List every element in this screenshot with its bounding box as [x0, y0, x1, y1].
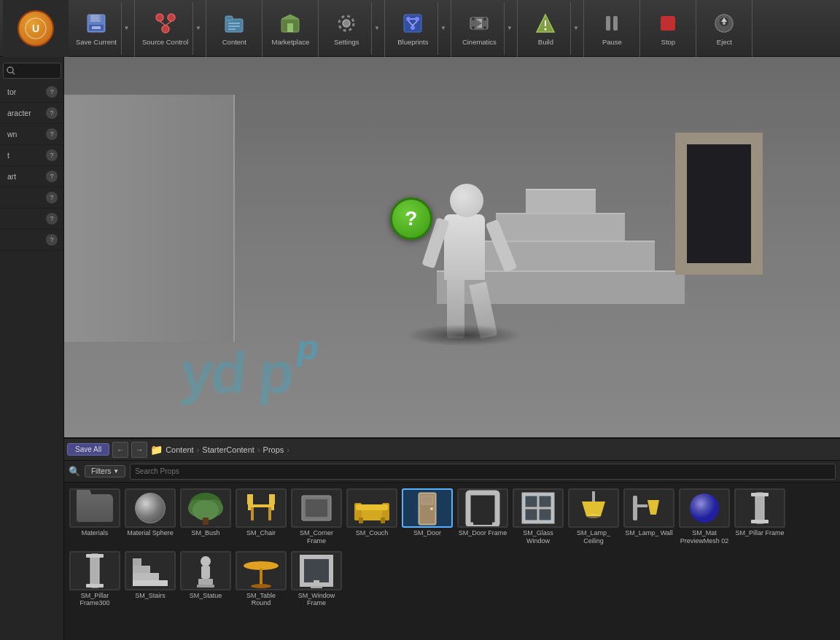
- asset-sm-corner-frame[interactable]: SM_Corner Frame: [290, 487, 343, 547]
- cinematics-group: Cinematics ▼: [451, 0, 518, 57]
- asset-sm-statue[interactable]: SM_Statue: [179, 550, 232, 609]
- asset-label-sm-chair: SM_Chair: [246, 529, 276, 537]
- nav-forward-btn[interactable]: →: [131, 442, 147, 458]
- blueprints-btn[interactable]: Blueprints ▼: [388, 2, 448, 55]
- stop-btn[interactable]: Stop: [643, 2, 693, 55]
- build-btn[interactable]: Build ▼: [521, 2, 580, 55]
- blueprints-dropdown-arrow[interactable]: ▼: [438, 2, 448, 55]
- content-search-icon[interactable]: 🔍: [69, 466, 80, 477]
- settings-dropdown-arrow[interactable]: ▼: [371, 2, 381, 55]
- couch-icon: [350, 490, 394, 526]
- svg-rect-92: [133, 573, 159, 580]
- asset-sm-stairs[interactable]: SM_Stairs: [124, 550, 176, 609]
- settings-group: Settings ▼: [319, 0, 385, 57]
- sidebar-help-art[interactable]: ?: [46, 171, 58, 182]
- breadcrumb-starter-content[interactable]: StarterContent: [202, 445, 254, 454]
- corner-frame-icon: [295, 490, 338, 526]
- asset-sm-door-frame[interactable]: SM_Door Frame: [456, 487, 509, 547]
- sidebar-help-character[interactable]: ?: [46, 107, 58, 119]
- sidebar-item-t[interactable]: t ?: [0, 145, 63, 166]
- svg-point-49: [192, 500, 219, 520]
- question-mark-button[interactable]: ?: [390, 198, 432, 240]
- build-dropdown-arrow[interactable]: ▼: [570, 2, 580, 55]
- filters-button[interactable]: Filters ▼: [85, 465, 125, 477]
- pause-icon: [599, 10, 625, 36]
- save-all-button[interactable]: Save All: [67, 443, 109, 456]
- content-btn[interactable]: Content: [209, 2, 259, 55]
- left-wall: [64, 95, 235, 342]
- sidebar-help-t[interactable]: ?: [46, 149, 58, 161]
- sidebar-item-extra2[interactable]: ?: [0, 208, 63, 230]
- marketplace-btn[interactable]: Marketplace: [265, 2, 315, 55]
- asset-thumb-sm-chair: [236, 488, 287, 528]
- svg-point-23: [415, 17, 419, 21]
- pause-btn[interactable]: Pause: [587, 2, 637, 55]
- asset-sm-chair[interactable]: SM_Chair: [235, 487, 287, 547]
- asset-sm-lamp-wall[interactable]: SM_Lamp_ Wall: [623, 487, 675, 547]
- asset-label-sm-door-frame: SM_Door Frame: [459, 529, 508, 537]
- source-control-dropdown-arrow[interactable]: ▼: [192, 2, 203, 55]
- asset-sm-glass-window[interactable]: SM_Glass Window: [512, 487, 564, 547]
- asset-label-sm-couch: SM_Couch: [356, 529, 389, 537]
- asset-thumb-sm-glass-window: [513, 488, 564, 528]
- breadcrumb-props[interactable]: Props: [263, 445, 284, 454]
- sidebar-item-tor[interactable]: tor ?: [0, 82, 63, 103]
- save-dropdown-arrow[interactable]: ▼: [121, 2, 131, 55]
- eject-btn[interactable]: Eject: [699, 2, 749, 55]
- save-current-btn[interactable]: Save Current ▼: [71, 2, 131, 55]
- nav-back-btn[interactable]: ←: [112, 442, 128, 458]
- search-input[interactable]: [130, 464, 836, 480]
- sidebar-item-extra1[interactable]: ?: [0, 187, 63, 208]
- blueprints-icon: [400, 10, 426, 36]
- asset-material-sphere[interactable]: Material Sphere: [124, 487, 176, 547]
- asset-sm-door[interactable]: SM_Door: [401, 487, 454, 547]
- lamp-ceiling-icon: [572, 490, 615, 526]
- cinematics-btn[interactable]: Cinematics ▼: [454, 2, 514, 55]
- asset-sm-bush[interactable]: SM_Bush: [179, 487, 232, 547]
- sidebar-help-wn[interactable]: ?: [46, 128, 58, 140]
- svg-point-19: [343, 20, 350, 27]
- svg-rect-105: [311, 586, 322, 588]
- asset-sm-window-frame[interactable]: SM_Window Frame: [290, 550, 343, 609]
- svg-marker-81: [648, 500, 659, 515]
- asset-sm-mat-preview[interactable]: SM_Mat PreviewMesh 02: [678, 487, 731, 547]
- source-control-btn[interactable]: Source Control ▼: [138, 2, 203, 55]
- save-group: Save Current ▼: [69, 0, 135, 57]
- sidebar-item-art[interactable]: art ?: [0, 166, 63, 187]
- cinematics-dropdown-arrow[interactable]: ▼: [504, 2, 514, 55]
- asset-sm-pillar-frame300[interactable]: SM_Pillar Frame300: [69, 550, 121, 609]
- viewport-canvas[interactable]: ? yd p p: [64, 57, 840, 437]
- asset-thumb-sm-table-round: [236, 551, 287, 590]
- blueprints-group: Blueprints ▼: [385, 0, 451, 57]
- svg-rect-57: [269, 494, 275, 504]
- breadcrumb-folder-icon: 📁: [150, 444, 163, 456]
- svg-rect-89: [86, 554, 104, 558]
- asset-materials[interactable]: Materials: [69, 487, 121, 547]
- sidebar-help-extra1[interactable]: ?: [46, 192, 58, 203]
- sidebar-item-wn[interactable]: wn ?: [0, 124, 63, 145]
- viewport-container[interactable]: ? yd p p: [64, 57, 840, 437]
- ue-logo[interactable]: U: [3, 0, 69, 57]
- breadcrumb-content[interactable]: Content: [166, 445, 194, 454]
- svg-line-11: [166, 21, 171, 26]
- settings-btn[interactable]: Settings ▼: [322, 2, 381, 55]
- build-label: Build: [538, 38, 553, 46]
- door-frame-icon: [461, 490, 505, 526]
- sidebar-help-extra2[interactable]: ?: [46, 213, 58, 225]
- svg-rect-93: [133, 566, 150, 573]
- svg-rect-51: [250, 504, 272, 507]
- sidebar-search[interactable]: [3, 63, 61, 79]
- svg-rect-12: [225, 19, 243, 32]
- svg-point-83: [690, 493, 719, 523]
- asset-label-sm-pillar-frame: SM_Pillar Frame: [735, 529, 784, 537]
- content-label: Content: [222, 38, 246, 46]
- svg-point-8: [168, 14, 175, 21]
- sidebar-item-character[interactable]: aracter ?: [0, 103, 63, 124]
- asset-sm-couch[interactable]: SM_Couch: [346, 487, 398, 547]
- asset-sm-lamp-ceiling[interactable]: SM_Lamp_ Ceiling: [567, 487, 620, 547]
- sidebar-item-extra3[interactable]: ?: [0, 230, 63, 251]
- asset-sm-table-round[interactable]: SM_Table Round: [235, 550, 287, 609]
- sidebar-help-tor[interactable]: ?: [46, 86, 58, 98]
- asset-sm-pillar-frame[interactable]: SM_Pillar Frame: [734, 487, 786, 547]
- sidebar-help-extra3[interactable]: ?: [46, 234, 58, 246]
